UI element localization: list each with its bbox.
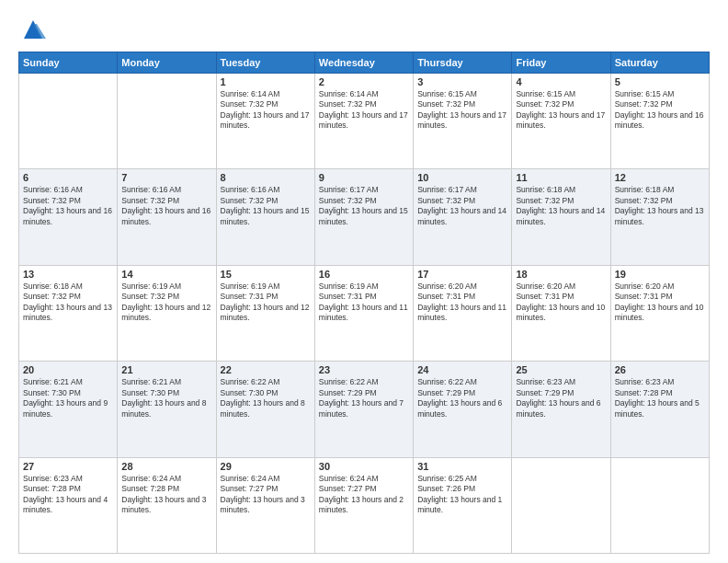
calendar-cell: 16Sunrise: 6:19 AM Sunset: 7:31 PM Dayli… (314, 265, 413, 361)
day-number: 18 (516, 269, 606, 280)
calendar-cell: 1Sunrise: 6:14 AM Sunset: 7:32 PM Daylig… (216, 74, 314, 169)
day-number: 8 (221, 172, 311, 183)
calendar: SundayMondayTuesdayWednesdayThursdayFrid… (18, 52, 710, 554)
calendar-cell: 20Sunrise: 6:21 AM Sunset: 7:30 PM Dayli… (19, 362, 118, 457)
day-info: Sunrise: 6:16 AM Sunset: 7:32 PM Dayligh… (121, 185, 211, 227)
calendar-cell: 10Sunrise: 6:17 AM Sunset: 7:32 PM Dayli… (414, 169, 512, 265)
day-number: 24 (417, 364, 507, 375)
day-info: Sunrise: 6:23 AM Sunset: 7:28 PM Dayligh… (615, 377, 705, 419)
day-number: 25 (516, 364, 606, 375)
calendar-cell (19, 74, 118, 169)
day-number: 7 (121, 172, 211, 183)
calendar-week-5: 27Sunrise: 6:23 AM Sunset: 7:28 PM Dayli… (19, 457, 710, 553)
day-info: Sunrise: 6:21 AM Sunset: 7:30 PM Dayligh… (121, 377, 211, 419)
col-header-wednesday: Wednesday (314, 52, 413, 74)
day-number: 17 (417, 269, 507, 280)
day-info: Sunrise: 6:19 AM Sunset: 7:31 PM Dayligh… (221, 282, 311, 324)
day-number: 23 (319, 364, 409, 375)
day-info: Sunrise: 6:14 AM Sunset: 7:32 PM Dayligh… (221, 89, 311, 132)
day-number: 22 (221, 364, 311, 375)
day-info: Sunrise: 6:15 AM Sunset: 7:32 PM Dayligh… (516, 89, 606, 132)
day-info: Sunrise: 6:23 AM Sunset: 7:29 PM Dayligh… (516, 377, 606, 419)
calendar-cell: 30Sunrise: 6:24 AM Sunset: 7:27 PM Dayli… (314, 457, 413, 553)
day-number: 26 (615, 364, 705, 375)
day-info: Sunrise: 6:19 AM Sunset: 7:31 PM Dayligh… (319, 282, 409, 324)
calendar-week-1: 1Sunrise: 6:14 AM Sunset: 7:32 PM Daylig… (19, 74, 710, 169)
page: SundayMondayTuesdayWednesdayThursdayFrid… (0, 0, 728, 563)
calendar-cell: 17Sunrise: 6:20 AM Sunset: 7:31 PM Dayli… (414, 265, 512, 361)
calendar-cell: 3Sunrise: 6:15 AM Sunset: 7:32 PM Daylig… (414, 74, 512, 169)
calendar-cell: 25Sunrise: 6:23 AM Sunset: 7:29 PM Dayli… (512, 362, 610, 457)
day-number: 9 (319, 172, 409, 183)
calendar-cell: 2Sunrise: 6:14 AM Sunset: 7:32 PM Daylig… (314, 74, 413, 169)
day-info: Sunrise: 6:25 AM Sunset: 7:26 PM Dayligh… (417, 474, 507, 516)
day-info: Sunrise: 6:18 AM Sunset: 7:32 PM Dayligh… (516, 185, 606, 227)
calendar-week-3: 13Sunrise: 6:18 AM Sunset: 7:32 PM Dayli… (19, 265, 710, 361)
calendar-cell: 8Sunrise: 6:16 AM Sunset: 7:32 PM Daylig… (216, 169, 314, 265)
day-number: 4 (516, 76, 606, 87)
col-header-friday: Friday (512, 52, 610, 74)
day-number: 13 (23, 269, 113, 280)
day-info: Sunrise: 6:15 AM Sunset: 7:32 PM Dayligh… (417, 89, 507, 132)
day-number: 12 (615, 172, 705, 183)
day-info: Sunrise: 6:24 AM Sunset: 7:28 PM Dayligh… (121, 474, 211, 516)
day-info: Sunrise: 6:22 AM Sunset: 7:29 PM Dayligh… (417, 377, 507, 419)
col-header-sunday: Sunday (19, 52, 118, 74)
calendar-cell: 12Sunrise: 6:18 AM Sunset: 7:32 PM Dayli… (610, 169, 709, 265)
calendar-cell: 26Sunrise: 6:23 AM Sunset: 7:28 PM Dayli… (610, 362, 709, 457)
day-info: Sunrise: 6:18 AM Sunset: 7:32 PM Dayligh… (615, 185, 705, 227)
calendar-cell: 4Sunrise: 6:15 AM Sunset: 7:32 PM Daylig… (512, 74, 610, 169)
calendar-cell: 15Sunrise: 6:19 AM Sunset: 7:31 PM Dayli… (216, 265, 314, 361)
calendar-week-2: 6Sunrise: 6:16 AM Sunset: 7:32 PM Daylig… (19, 169, 710, 265)
calendar-cell: 29Sunrise: 6:24 AM Sunset: 7:27 PM Dayli… (216, 457, 314, 553)
day-info: Sunrise: 6:20 AM Sunset: 7:31 PM Dayligh… (516, 282, 606, 324)
day-info: Sunrise: 6:17 AM Sunset: 7:32 PM Dayligh… (417, 185, 507, 227)
col-header-tuesday: Tuesday (216, 52, 314, 74)
day-info: Sunrise: 6:16 AM Sunset: 7:32 PM Dayligh… (221, 185, 311, 227)
calendar-week-4: 20Sunrise: 6:21 AM Sunset: 7:30 PM Dayli… (19, 362, 710, 457)
calendar-cell (118, 74, 216, 169)
day-number: 27 (23, 461, 113, 472)
header (18, 17, 710, 42)
calendar-cell (512, 457, 610, 553)
calendar-cell: 14Sunrise: 6:19 AM Sunset: 7:32 PM Dayli… (118, 265, 216, 361)
day-info: Sunrise: 6:24 AM Sunset: 7:27 PM Dayligh… (319, 474, 409, 516)
day-number: 29 (221, 461, 311, 472)
calendar-cell: 9Sunrise: 6:17 AM Sunset: 7:32 PM Daylig… (314, 169, 413, 265)
day-number: 28 (121, 461, 211, 472)
day-info: Sunrise: 6:22 AM Sunset: 7:29 PM Dayligh… (319, 377, 409, 419)
day-info: Sunrise: 6:22 AM Sunset: 7:30 PM Dayligh… (221, 377, 311, 419)
calendar-cell: 13Sunrise: 6:18 AM Sunset: 7:32 PM Dayli… (19, 265, 118, 361)
day-number: 14 (121, 269, 211, 280)
day-number: 10 (417, 172, 507, 183)
day-number: 20 (23, 364, 113, 375)
day-info: Sunrise: 6:20 AM Sunset: 7:31 PM Dayligh… (615, 282, 705, 324)
day-number: 31 (417, 461, 507, 472)
col-header-monday: Monday (118, 52, 216, 74)
day-number: 21 (121, 364, 211, 375)
day-number: 6 (23, 172, 113, 183)
day-info: Sunrise: 6:24 AM Sunset: 7:27 PM Dayligh… (221, 474, 311, 516)
col-header-saturday: Saturday (610, 52, 709, 74)
calendar-cell: 11Sunrise: 6:18 AM Sunset: 7:32 PM Dayli… (512, 169, 610, 265)
calendar-cell: 22Sunrise: 6:22 AM Sunset: 7:30 PM Dayli… (216, 362, 314, 457)
col-header-thursday: Thursday (414, 52, 512, 74)
calendar-cell: 27Sunrise: 6:23 AM Sunset: 7:28 PM Dayli… (19, 457, 118, 553)
calendar-header-row: SundayMondayTuesdayWednesdayThursdayFrid… (19, 52, 710, 74)
calendar-cell: 19Sunrise: 6:20 AM Sunset: 7:31 PM Dayli… (610, 265, 709, 361)
calendar-cell: 7Sunrise: 6:16 AM Sunset: 7:32 PM Daylig… (118, 169, 216, 265)
day-number: 15 (221, 269, 311, 280)
day-info: Sunrise: 6:21 AM Sunset: 7:30 PM Dayligh… (23, 377, 113, 419)
day-number: 30 (319, 461, 409, 472)
day-number: 3 (417, 76, 507, 87)
calendar-cell: 5Sunrise: 6:15 AM Sunset: 7:32 PM Daylig… (610, 74, 709, 169)
calendar-cell (610, 457, 709, 553)
day-number: 2 (319, 76, 409, 87)
day-info: Sunrise: 6:20 AM Sunset: 7:31 PM Dayligh… (417, 282, 507, 324)
calendar-cell: 21Sunrise: 6:21 AM Sunset: 7:30 PM Dayli… (118, 362, 216, 457)
calendar-cell: 31Sunrise: 6:25 AM Sunset: 7:26 PM Dayli… (414, 457, 512, 553)
calendar-cell: 6Sunrise: 6:16 AM Sunset: 7:32 PM Daylig… (19, 169, 118, 265)
day-info: Sunrise: 6:18 AM Sunset: 7:32 PM Dayligh… (23, 282, 113, 324)
day-info: Sunrise: 6:23 AM Sunset: 7:28 PM Dayligh… (23, 474, 113, 516)
day-info: Sunrise: 6:14 AM Sunset: 7:32 PM Dayligh… (319, 89, 409, 132)
